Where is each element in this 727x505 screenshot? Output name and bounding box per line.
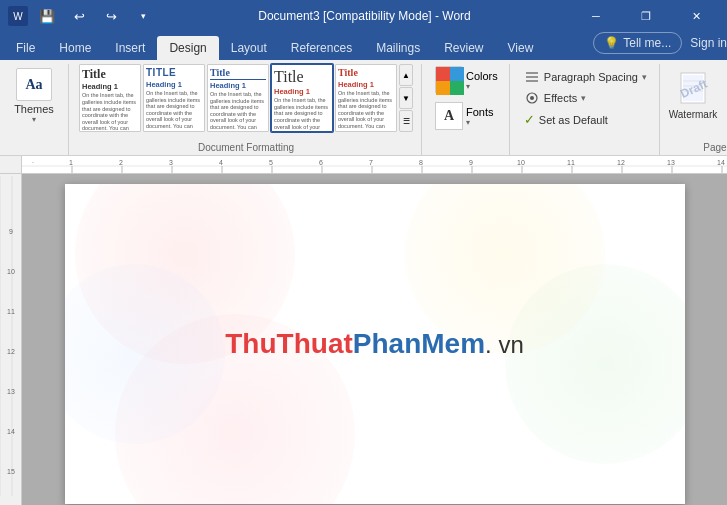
page-color-button[interactable]: Page Color xyxy=(720,64,727,128)
tab-insert[interactable]: Insert xyxy=(103,36,157,60)
title-bar-right: ─ ❐ ✕ xyxy=(573,0,719,32)
sign-in-btn[interactable]: Sign in xyxy=(690,36,727,50)
effects-label: Effects xyxy=(544,92,577,104)
tab-file[interactable]: File xyxy=(4,36,47,60)
svg-text:8: 8 xyxy=(419,159,423,166)
ribbon: Aa Themes ▾ Title Heading 1 On the Inser… xyxy=(0,60,727,156)
doc-style-4[interactable]: Title Heading 1 On the Insert tab, the g… xyxy=(271,64,333,132)
doc-style-2[interactable]: TITLE Heading 1 On the Insert tab, the g… xyxy=(143,64,205,132)
style-1-title: Title xyxy=(82,67,138,81)
redo-qat-btn[interactable]: ↪ xyxy=(98,3,124,29)
colors-label: Colors xyxy=(466,70,498,82)
customize-qat-btn[interactable]: ▾ xyxy=(130,3,156,29)
watermark-icon: Draft xyxy=(677,71,709,107)
fonts-icon: A xyxy=(435,102,463,130)
style-4-h1: Heading 1 xyxy=(274,87,330,96)
themes-button[interactable]: Aa Themes ▾ xyxy=(8,64,60,128)
tab-references[interactable]: References xyxy=(279,36,364,60)
svg-text:13: 13 xyxy=(7,388,15,395)
tab-review[interactable]: Review xyxy=(432,36,495,60)
tell-me-input[interactable]: 💡 Tell me... xyxy=(593,32,682,54)
vertical-ruler: 9 10 11 12 13 14 15 xyxy=(0,174,22,505)
svg-text:7: 7 xyxy=(369,159,373,166)
styles-more[interactable]: ☰ xyxy=(399,110,413,132)
svg-text:9: 9 xyxy=(469,159,473,166)
fonts-label: Fonts xyxy=(466,106,494,118)
tab-design[interactable]: Design xyxy=(157,36,218,60)
petal-3 xyxy=(505,264,685,464)
svg-text:14: 14 xyxy=(717,159,725,166)
close-btn[interactable]: ✕ xyxy=(673,0,719,32)
style-5-body: On the Insert tab, the galleries include… xyxy=(338,90,394,132)
checkmark-icon: ✓ xyxy=(524,112,535,127)
svg-rect-2 xyxy=(436,81,450,95)
svg-text:9: 9 xyxy=(9,228,13,235)
tab-layout[interactable]: Layout xyxy=(219,36,279,60)
themes-group: Aa Themes ▾ xyxy=(4,64,69,155)
restore-btn[interactable]: ❐ xyxy=(623,0,669,32)
tab-view[interactable]: View xyxy=(496,36,546,60)
style-4-title: Title xyxy=(274,67,330,86)
paragraph-spacing-arrow: ▾ xyxy=(642,72,647,82)
svg-point-8 xyxy=(530,96,534,100)
themes-dropdown-arrow: ▾ xyxy=(32,115,36,124)
style-2-h1: Heading 1 xyxy=(146,80,202,89)
doc-style-3[interactable]: Title Heading 1 On the Insert tab, the g… xyxy=(207,64,269,132)
themes-group-label xyxy=(8,151,60,153)
brand-part2: PhanMem xyxy=(353,328,485,359)
brand-part3: . vn xyxy=(485,331,524,358)
svg-text:2: 2 xyxy=(119,159,123,166)
doc-formatting-content: Title Heading 1 On the Insert tab, the g… xyxy=(79,64,413,140)
brand-part1: ThuThuat xyxy=(225,328,353,359)
doc-styles-wrapper: Title Heading 1 On the Insert tab, the g… xyxy=(79,64,413,132)
effects-button[interactable]: Effects ▾ xyxy=(520,89,590,107)
style-2-body: On the Insert tab, the galleries include… xyxy=(146,90,202,132)
styles-scroll-up[interactable]: ▲ xyxy=(399,64,413,86)
colors-arrow: ▾ xyxy=(466,82,470,91)
set-default-button[interactable]: ✓ Set as Default xyxy=(520,110,612,129)
colors-button[interactable]: Colors ▾ xyxy=(432,64,501,96)
style-3-h1: Heading 1 xyxy=(210,81,266,90)
style-3-title: Title xyxy=(210,67,266,80)
svg-text:13: 13 xyxy=(667,159,675,166)
svg-rect-3 xyxy=(450,81,464,95)
page-branding: ThuThuatPhanMem. vn xyxy=(225,328,523,360)
tab-mailings[interactable]: Mailings xyxy=(364,36,432,60)
svg-text:3: 3 xyxy=(169,159,173,166)
ruler-area: // This will be rendered as static SVG t… xyxy=(0,156,727,174)
minimize-btn[interactable]: ─ xyxy=(573,0,619,32)
style-4-body: On the Insert tab, the galleries include… xyxy=(274,97,330,132)
save-qat-btn[interactable]: 💾 xyxy=(34,3,60,29)
tab-home[interactable]: Home xyxy=(47,36,103,60)
page-background-group: Draft Watermark Page Color xyxy=(662,64,727,155)
svg-text:6: 6 xyxy=(319,159,323,166)
colors-svg xyxy=(436,67,464,95)
paragraph-spacing-button[interactable]: Paragraph Spacing ▾ xyxy=(520,68,651,86)
svg-text:·: · xyxy=(32,159,34,166)
svg-text:12: 12 xyxy=(617,159,625,166)
document-area: 9 10 11 12 13 14 15 xyxy=(0,174,727,505)
title-bar: W 💾 ↩ ↪ ▾ Document3 [Compatibility Mode]… xyxy=(0,0,727,32)
colors-icon xyxy=(435,66,463,94)
petal-5 xyxy=(65,264,225,444)
word-icon: W xyxy=(8,6,28,26)
svg-text:14: 14 xyxy=(7,428,15,435)
svg-text:11: 11 xyxy=(567,159,575,166)
fonts-button[interactable]: A Fonts ▾ xyxy=(432,100,497,132)
doc-style-5[interactable]: Title Heading 1 On the Insert tab, the g… xyxy=(335,64,397,132)
themes-content: Aa Themes ▾ xyxy=(8,64,60,151)
page-background-label: Page Background xyxy=(670,140,727,153)
style-5-title: Title xyxy=(338,67,394,79)
paragraph-spacing-icon xyxy=(524,70,540,84)
effects-icon xyxy=(524,91,540,105)
fonts-arrow: ▾ xyxy=(466,118,470,127)
colors-fonts-group-label xyxy=(432,151,501,153)
svg-rect-0 xyxy=(436,67,450,81)
undo-qat-btn[interactable]: ↩ xyxy=(66,3,92,29)
ruler-svg: // This will be rendered as static SVG t… xyxy=(22,156,727,173)
watermark-button[interactable]: Draft Watermark xyxy=(670,64,716,128)
styles-scroll-down[interactable]: ▼ xyxy=(399,87,413,109)
doc-style-1[interactable]: Title Heading 1 On the Insert tab, the g… xyxy=(79,64,141,132)
svg-text:1: 1 xyxy=(69,159,73,166)
doc-scroll-area[interactable]: ThuThuatPhanMem. vn xyxy=(22,174,727,505)
